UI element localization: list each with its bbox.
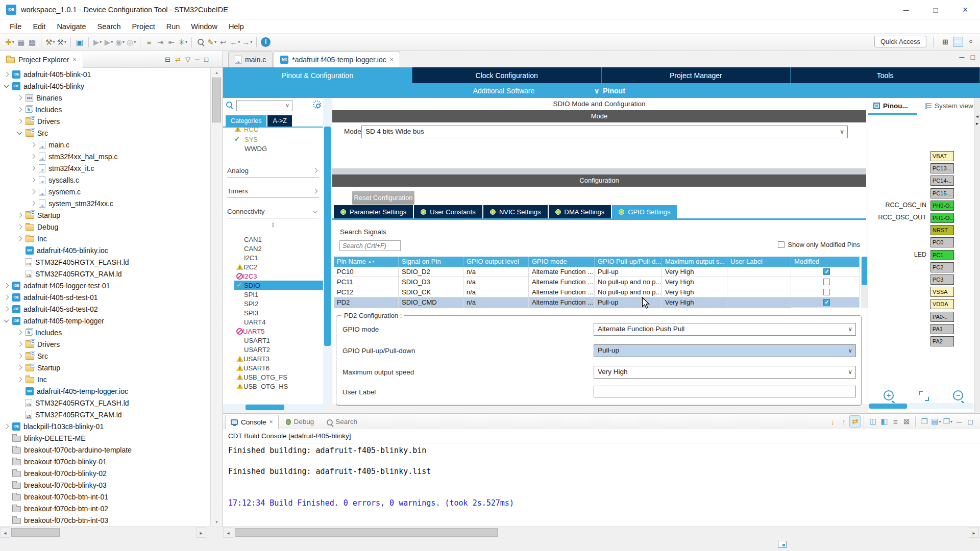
show-only-modified-pins[interactable]: Show only Modified Pins bbox=[778, 241, 860, 248]
zoom-in-icon[interactable]: + bbox=[884, 390, 894, 400]
zoom-out-icon[interactable]: − bbox=[953, 390, 963, 400]
about-info-icon[interactable]: i bbox=[260, 36, 272, 48]
menu-run[interactable]: Run bbox=[161, 20, 186, 33]
scroll-right-icon[interactable]: ▸ bbox=[196, 527, 206, 538]
modified-checkbox[interactable] bbox=[823, 268, 830, 275]
menu-window[interactable]: Window bbox=[185, 20, 223, 33]
clear-console-icon[interactable]: ⊠ bbox=[901, 415, 912, 428]
pin-pc2[interactable]: PC2 bbox=[930, 262, 954, 272]
section-connectivity[interactable]: Connectivity bbox=[227, 205, 319, 218]
peripheral-item-usart3[interactable]: USART3 bbox=[234, 354, 323, 363]
chevron-right-icon[interactable] bbox=[17, 236, 22, 241]
tree-item[interactable]: STM32F405RGTX_RAM.ld bbox=[0, 409, 210, 420]
peripheral-item-i2c1[interactable]: I2C1 bbox=[234, 253, 323, 262]
show-console-on-error-icon[interactable]: ◧ bbox=[878, 415, 890, 428]
pinout-side-scrollbar[interactable]: ◄ ► bbox=[974, 98, 980, 412]
tree-item[interactable]: Src bbox=[0, 350, 210, 362]
editor-tab-ioc[interactable]: MX *adafruit-f405-temp-logger.ioc × bbox=[274, 52, 400, 67]
chevron-right-icon[interactable] bbox=[31, 178, 36, 183]
menu-help[interactable]: Help bbox=[223, 20, 250, 33]
peripheral-item-usart2[interactable]: USART2 bbox=[234, 345, 323, 354]
menu-navigate[interactable]: Navigate bbox=[51, 20, 91, 33]
scrollbar-thumb[interactable] bbox=[11, 528, 60, 537]
chevron-right-icon[interactable] bbox=[17, 342, 22, 347]
tree-item[interactable]: breakout-f070cb-btn-int-03 bbox=[0, 514, 210, 526]
collapse-left-icon[interactable]: ◄ bbox=[974, 113, 980, 120]
show-console-on-output-icon[interactable]: ◫ bbox=[867, 415, 878, 428]
column-header[interactable]: Pin Name▲▼ bbox=[334, 257, 399, 267]
chevron-down-icon[interactable] bbox=[4, 317, 9, 322]
tree-item[interactable]: 101Binaries bbox=[0, 92, 210, 104]
peripheral-item-sdio[interactable]: ✓SDIO bbox=[234, 281, 323, 290]
scroll-right-icon[interactable]: ▸ bbox=[969, 527, 979, 538]
tree-item[interactable]: IDEadafruit-f405-sd-test-01 bbox=[0, 291, 210, 303]
pin-pa1[interactable]: PA1 bbox=[930, 324, 954, 334]
tree-item[interactable]: IDEadafruit-f405-blinky bbox=[0, 80, 210, 92]
chevron-right-icon[interactable] bbox=[17, 107, 22, 112]
chevron-right-icon[interactable] bbox=[17, 224, 22, 230]
open-new-console-icon[interactable]: ❐▾ bbox=[942, 415, 953, 428]
external-tools-icon[interactable]: ◎▾ bbox=[126, 36, 137, 48]
previous-annotation-icon[interactable]: ⇤ bbox=[166, 36, 177, 48]
forward-icon[interactable]: →▾ bbox=[241, 36, 253, 48]
scrollbar-thumb[interactable] bbox=[869, 404, 907, 409]
tree-item[interactable]: STM32F405RGTX_RAM.ld bbox=[0, 268, 210, 280]
pinout-hscrollbar[interactable] bbox=[868, 403, 973, 409]
tree-item[interactable]: stm32f4xx_hal_msp.c bbox=[0, 151, 210, 162]
scrollbar-thumb[interactable] bbox=[324, 127, 331, 346]
scrollbar-thumb[interactable] bbox=[212, 78, 221, 122]
pin-vdda[interactable]: VDDA bbox=[930, 299, 954, 309]
save-icon[interactable]: ▦ bbox=[15, 36, 27, 48]
peripheral-item-usb_otg_hs[interactable]: USB_OTG_HS bbox=[234, 382, 323, 391]
close-view-icon[interactable]: × bbox=[73, 56, 77, 63]
project-tree-scrollbar[interactable]: ▴ ▾ bbox=[210, 68, 223, 526]
tree-item[interactable]: IDEadafruit-f405-logger-test-01 bbox=[0, 280, 210, 291]
collapse-all-icon[interactable]: ⊟ bbox=[165, 56, 170, 63]
scroll-left-icon[interactable]: ◂ bbox=[223, 527, 233, 538]
modified-checkbox[interactable] bbox=[823, 289, 830, 295]
category-item-wwdg[interactable]: WWDG bbox=[234, 144, 322, 153]
pin-pc15[interactable]: PC15-.. bbox=[930, 188, 954, 198]
tree-item[interactable]: blinky-DELETE-ME bbox=[0, 432, 210, 444]
column-header[interactable]: GPIO output level bbox=[463, 257, 529, 267]
tree-item[interactable]: stm32f4xx_it.c bbox=[0, 162, 210, 174]
tree-item[interactable]: breakout-f070cb-arduino-template bbox=[0, 444, 210, 456]
menu-file[interactable]: File bbox=[4, 20, 27, 33]
peripheral-item-can2[interactable]: CAN2 bbox=[234, 244, 323, 253]
tree-item[interactable]: Inc bbox=[0, 373, 210, 385]
profile-icon[interactable]: ◉▾ bbox=[114, 36, 126, 48]
open-perspective-icon[interactable]: ⊞ bbox=[940, 37, 950, 47]
tree-item[interactable]: system_stm32f4xx.c bbox=[0, 197, 210, 209]
tree-item[interactable]: MXadafruit-f405-temp-logger.ioc bbox=[0, 385, 210, 397]
column-header[interactable]: GPIO mode bbox=[529, 257, 595, 267]
chevron-right-icon[interactable] bbox=[17, 354, 22, 359]
fit-view-icon[interactable] bbox=[919, 391, 929, 401]
chevron-right-icon[interactable] bbox=[17, 365, 22, 370]
field-select[interactable]: Pull-up∨ bbox=[594, 344, 856, 357]
table-row[interactable]: PD2SDIO_CMDn/aAlternate Function ...Pull… bbox=[334, 297, 860, 308]
menu-search[interactable]: Search bbox=[92, 20, 127, 33]
table-scrollbar[interactable] bbox=[861, 257, 868, 308]
splitter[interactable] bbox=[332, 168, 866, 174]
field-select[interactable]: Very High∨ bbox=[594, 366, 856, 379]
minimize-view-icon[interactable]: ─ bbox=[953, 415, 965, 428]
scroll-down-icon[interactable]: ▾ bbox=[211, 518, 223, 526]
chevron-right-icon[interactable] bbox=[31, 142, 36, 147]
pin-pa2[interactable]: PA2 bbox=[930, 336, 954, 346]
chevron-right-icon[interactable] bbox=[4, 307, 9, 312]
build-all-icon[interactable]: ⚒▾ bbox=[56, 36, 67, 48]
peripherals-scrollbar[interactable] bbox=[323, 98, 332, 404]
peripheral-item-spi3[interactable]: SPI3 bbox=[234, 308, 323, 317]
table-row[interactable]: PC12SDIO_CKn/aAlternate Function ...No p… bbox=[334, 287, 860, 297]
tab-tools[interactable]: Tools bbox=[791, 67, 980, 83]
pin-nrst[interactable]: NRST bbox=[930, 225, 954, 235]
tab-pinout-view[interactable]: Pinou... bbox=[873, 98, 908, 114]
quick-access-button[interactable]: Quick Access bbox=[874, 36, 926, 47]
peripherals-hscrollbar[interactable] bbox=[223, 404, 323, 411]
tree-item[interactable]: Debug bbox=[0, 221, 210, 233]
tree-item[interactable]: STM32F405RGTX_FLASH.ld bbox=[0, 256, 210, 268]
link-with-editor-icon[interactable]: ⇄ bbox=[175, 56, 181, 63]
tree-item[interactable]: syscalls.c bbox=[0, 174, 210, 186]
tree-item[interactable]: Startup bbox=[0, 362, 210, 373]
maximize-editor-icon[interactable]: □ bbox=[971, 53, 975, 61]
